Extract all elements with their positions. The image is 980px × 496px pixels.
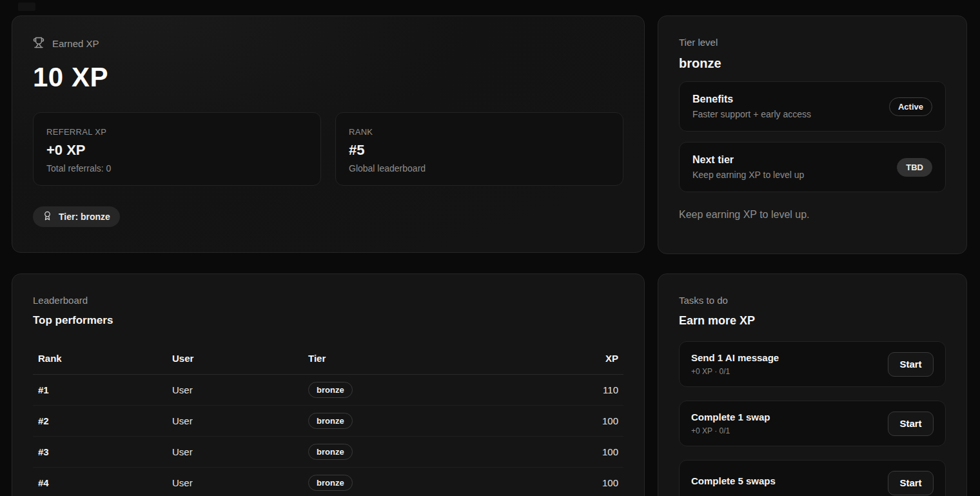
rank-sub: Global leaderboard [349,163,610,174]
tasks-card: Tasks to do Earn more XP Send 1 AI messa… [658,273,967,496]
tier-cell: bronze [308,413,527,429]
task-item-send-ai-message: Send 1 AI message +0 XP · 0/1 Start [679,341,946,387]
task-item-complete-5-swaps: Complete 5 swaps Start [679,460,946,496]
tasks-label: Tasks to do [679,295,946,306]
tier-level-value: bronze [679,56,946,71]
task-title: Send 1 AI message [691,352,779,363]
benefits-subtitle: Faster support + early access [692,109,811,119]
tier-badge: bronze [308,475,353,491]
task-text: Complete 1 swap +0 XP · 0/1 [691,412,770,435]
trophy-icon [33,37,44,50]
tier-footer-text: Keep earning XP to level up. [679,209,946,221]
xp-cell: 100 [527,415,623,426]
tier-chip: Tier: bronze [33,206,120,227]
rank-label: RANK [349,127,610,137]
active-badge: Active [889,97,932,116]
xp-cell: 110 [527,384,623,395]
user-cell: User [172,415,308,426]
tier-cell: bronze [308,444,527,460]
leaderboard-title: Top performers [33,314,623,327]
referral-xp-value: +0 XP [46,142,308,159]
rank-column-header: Rank [33,353,172,364]
task-meta: +0 XP · 0/1 [691,426,770,435]
user-cell: User [172,446,308,457]
benefits-item: Benefits Faster support + early access A… [679,81,946,132]
user-cell: User [172,477,308,488]
task-meta: +0 XP · 0/1 [691,367,779,376]
next-tier-subtitle: Keep earning XP to level up [692,170,804,180]
leaderboard-label: Leaderboard [33,295,623,306]
next-tier-item: Next tier Keep earning XP to level up TB… [679,142,946,192]
tier-chip-label: Tier: bronze [59,212,110,222]
leaderboard-card: Leaderboard Top performers Rank User Tie… [12,273,645,496]
benefits-title: Benefits [692,94,811,105]
start-button[interactable]: Start [888,352,934,377]
tbd-badge: TBD [897,158,932,177]
tasks-title: Earn more XP [679,314,946,328]
table-row: #2 User bronze 100 [33,406,623,437]
table-row: #4 User bronze 100 [33,468,623,496]
leaderboard-table: Rank User Tier XP #1 User bronze 110 #2 … [33,345,623,496]
rank-cell: #2 [33,415,172,426]
earned-xp-card: Earned XP 10 XP REFERRAL XP +0 XP Total … [12,15,645,253]
task-item-complete-1-swap: Complete 1 swap +0 XP · 0/1 Start [679,401,946,446]
start-button[interactable]: Start [888,412,934,436]
rank-card: RANK #5 Global leaderboard [335,112,623,186]
rank-value: #5 [349,142,610,159]
tier-badge: bronze [308,413,353,429]
referral-xp-label: REFERRAL XP [46,127,308,137]
award-icon [43,211,52,223]
task-title: Complete 1 swap [691,412,770,422]
stat-row: REFERRAL XP +0 XP Total referrals: 0 RAN… [33,112,623,186]
tier-badge: bronze [308,382,353,398]
earned-xp-value: 10 XP [33,62,623,93]
tier-level-label: Tier level [679,37,946,48]
next-tier-title: Next tier [692,154,804,166]
start-button[interactable]: Start [888,471,934,495]
table-row: #3 User bronze 100 [33,437,623,468]
xp-cell: 100 [527,477,623,488]
tier-column-header: Tier [308,353,527,364]
rank-cell: #1 [33,384,172,395]
xp-column-header: XP [527,353,623,364]
task-text: Complete 5 swaps [691,475,776,490]
clipped-element-top-left [18,3,35,11]
next-tier-text: Next tier Keep earning XP to level up [692,154,804,180]
tier-cell: bronze [308,475,527,491]
user-cell: User [172,384,308,395]
tier-cell: bronze [308,382,527,398]
task-title: Complete 5 swaps [691,475,776,486]
task-text: Send 1 AI message +0 XP · 0/1 [691,352,779,376]
rank-cell: #3 [33,446,172,457]
earned-xp-header: Earned XP [33,37,623,50]
table-header-row: Rank User Tier XP [33,345,623,375]
xp-cell: 100 [527,446,623,457]
benefits-text: Benefits Faster support + early access [692,94,811,119]
earned-xp-label: Earned XP [52,38,99,49]
user-column-header: User [172,353,308,364]
referral-xp-card: REFERRAL XP +0 XP Total referrals: 0 [33,112,321,186]
table-row: #1 User bronze 110 [33,375,623,406]
referral-xp-sub: Total referrals: 0 [46,163,308,174]
tier-level-card: Tier level bronze Benefits Faster suppor… [658,15,967,254]
tier-badge: bronze [308,444,353,460]
rank-cell: #4 [33,477,172,488]
